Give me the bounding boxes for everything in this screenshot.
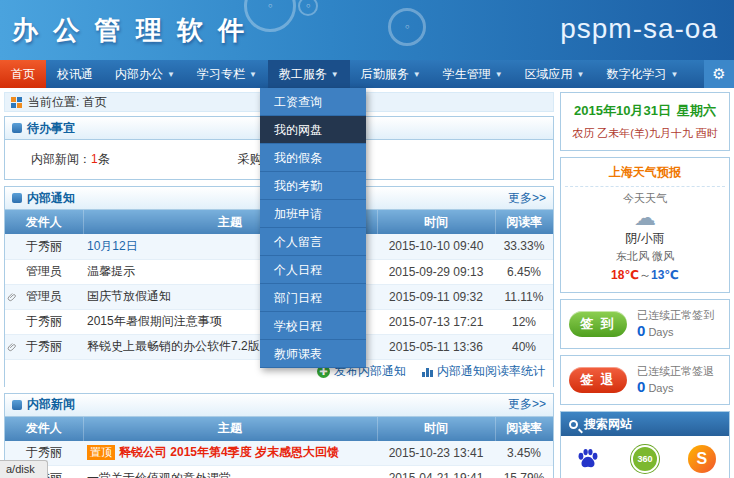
table-row: 于秀丽 置顶释锐公司 2015年第4季度 岁末感恩大回馈 2015-10-23 … bbox=[5, 441, 553, 466]
sogou-link[interactable]: S 搜狗 bbox=[688, 445, 716, 478]
statistics-icon bbox=[422, 366, 433, 377]
notice-subject-link[interactable]: 温馨提示 bbox=[87, 264, 135, 278]
decorative-circle-icon bbox=[298, 0, 318, 16]
panel-tab-icon bbox=[12, 400, 22, 410]
table-row: 于秀丽 一堂关于价值观的意外课堂 2015-04-21 19:41 15.79% bbox=[5, 466, 553, 478]
search-engines: 百度 360 360搜索 S 搜狗 bbox=[561, 436, 729, 478]
news-tab[interactable]: 内部新闻 bbox=[12, 396, 75, 413]
menu-item-department-schedule[interactable]: 部门日程 bbox=[260, 284, 366, 312]
page-content: 当前位置: 首页 待办事宜 内部新闻：1条 采购申请：3条 内部通知 bbox=[0, 88, 734, 478]
nav-item-internal-office[interactable]: 内部办公▼ bbox=[104, 60, 186, 88]
news-more-link[interactable]: 更多>> bbox=[508, 396, 546, 413]
cloud-icon: ☁ bbox=[565, 206, 725, 230]
notice-subject-link[interactable]: 国庆节放假通知 bbox=[87, 289, 171, 303]
notice-subject-link[interactable]: 2015年暑假期间注意事项 bbox=[87, 314, 222, 328]
weather-widget: 上海天气预报 今天天气 ☁ 阴/小雨 东北风 微风 18℃～13℃ bbox=[560, 157, 730, 293]
sidebar: 2015年10月31日星期六 农历 乙未年(羊)九月十九 酉时 上海天气预报 今… bbox=[560, 92, 730, 478]
menu-item-personal-schedule[interactable]: 个人日程 bbox=[260, 256, 366, 284]
location-grid-icon bbox=[11, 97, 22, 108]
attachment-icon bbox=[7, 341, 18, 357]
360-search-link[interactable]: 360 360搜索 bbox=[625, 445, 665, 478]
nav-item-logistics-services[interactable]: 后勤服务▼ bbox=[350, 60, 432, 88]
news-panel: 内部新闻 更多>> 发件人 主题 时间 阅读率 于秀丽 bbox=[4, 393, 554, 478]
nav-item-digital-learning[interactable]: 数字化学习▼ bbox=[596, 60, 690, 88]
sign-in-button[interactable]: 签 到 bbox=[569, 311, 627, 337]
breadcrumb-label: 当前位置: 首页 bbox=[28, 94, 107, 111]
weather-subtitle: 今天天气 bbox=[565, 191, 725, 206]
nav-item-regional-apps[interactable]: 区域应用▼ bbox=[514, 60, 596, 88]
news-subject-link[interactable]: 释锐公司 2015年第4季度 岁末感恩大回馈 bbox=[119, 445, 339, 459]
sign-out-info: 已连续正常签退 0 Days bbox=[637, 364, 714, 396]
news-table: 发件人 主题 时间 阅读率 于秀丽 置顶释锐公司 2015年第4季度 岁末感恩大… bbox=[5, 417, 553, 478]
menu-item-personal-message[interactable]: 个人留言 bbox=[260, 228, 366, 256]
sogou-icon: S bbox=[688, 445, 716, 473]
chevron-down-icon: ▼ bbox=[671, 70, 679, 79]
menu-item-overtime-request[interactable]: 加班申请 bbox=[260, 200, 366, 228]
nav-item-study-column[interactable]: 学习专栏▼ bbox=[186, 60, 268, 88]
chevron-down-icon: ▼ bbox=[331, 70, 339, 79]
top-tag: 置顶 bbox=[87, 445, 115, 460]
calendar-widget: 2015年10月31日星期六 农历 乙未年(羊)九月十九 酉时 bbox=[560, 92, 730, 151]
chevron-down-icon: ▼ bbox=[249, 70, 257, 79]
staff-services-dropdown: 工资查询 我的网盘 我的假条 我的考勤 加班申请 个人留言 个人日程 部门日程 … bbox=[260, 88, 366, 368]
search-sites-header: 搜索网站 bbox=[561, 412, 729, 436]
nav-item-xiaoxuntong[interactable]: 校讯通 bbox=[46, 60, 104, 88]
notice-subject-link[interactable]: 10月12日 bbox=[87, 239, 138, 253]
todo-tab: 待办事宜 bbox=[12, 120, 75, 137]
sign-in-count: 0 bbox=[637, 322, 645, 339]
todo-news-count: 1 bbox=[91, 152, 98, 166]
baidu-link[interactable]: 百度 bbox=[574, 445, 602, 478]
app-header: 办 公 管 理 软 件 pspm-sa-oa bbox=[0, 0, 734, 60]
panel-tab-icon bbox=[12, 123, 22, 133]
chevron-down-icon: ▼ bbox=[577, 70, 585, 79]
table-header-row: 发件人 主题 时间 阅读率 bbox=[5, 417, 553, 441]
sign-in-row: 签 到 已连续正常签到 0 Days bbox=[561, 300, 729, 348]
sign-out-count: 0 bbox=[637, 378, 645, 395]
360-icon: 360 bbox=[631, 445, 659, 473]
temp-low: 13℃ bbox=[651, 268, 679, 282]
notice-read-stats-link[interactable]: 内部通知阅读率统计 bbox=[422, 363, 545, 380]
nav-item-home[interactable]: 首页 bbox=[0, 60, 46, 88]
weather-condition: 阴/小雨 bbox=[565, 230, 725, 247]
decorative-circle-icon bbox=[388, 8, 426, 46]
weather-wind: 东北风 微风 bbox=[565, 249, 725, 264]
sign-out-row: 签 退 已连续正常签退 0 Days bbox=[561, 356, 729, 404]
menu-item-school-schedule[interactable]: 学校日程 bbox=[260, 312, 366, 340]
app-title: 办 公 管 理 软 件 bbox=[12, 13, 248, 48]
attachment-icon bbox=[7, 291, 18, 307]
nav-item-student-management[interactable]: 学生管理▼ bbox=[432, 60, 514, 88]
nav-item-staff-services[interactable]: 教工服务▼ bbox=[268, 60, 350, 88]
search-sites-widget: 搜索网站 百度 360 360搜索 S 搜狗 bbox=[560, 411, 730, 478]
notice-tab[interactable]: 内部通知 bbox=[12, 190, 75, 207]
baidu-icon bbox=[574, 445, 602, 473]
calendar-weekday: 星期六 bbox=[677, 103, 716, 118]
chevron-down-icon: ▼ bbox=[495, 70, 503, 79]
todo-news-stat[interactable]: 内部新闻：1条 bbox=[31, 151, 110, 168]
sign-in-info: 已连续正常签到 0 Days bbox=[637, 308, 714, 340]
status-bar: a/disk bbox=[0, 460, 48, 478]
menu-item-salary-query[interactable]: 工资查询 bbox=[260, 88, 366, 116]
search-icon bbox=[569, 420, 578, 429]
panel-tab-icon bbox=[12, 193, 22, 203]
menu-item-my-attendance[interactable]: 我的考勤 bbox=[260, 172, 366, 200]
menu-item-teacher-timetable[interactable]: 教师课表 bbox=[260, 340, 366, 368]
notice-more-link[interactable]: 更多>> bbox=[508, 190, 546, 207]
chevron-down-icon: ▼ bbox=[413, 70, 421, 79]
weather-title: 上海天气预报 bbox=[565, 164, 725, 187]
calendar-date: 2015年10月31日 bbox=[574, 103, 671, 118]
menu-item-my-netdisk[interactable]: 我的网盘 bbox=[260, 116, 366, 144]
news-panel-header: 内部新闻 更多>> bbox=[5, 394, 553, 417]
sign-in-widget: 签 到 已连续正常签到 0 Days bbox=[560, 299, 730, 349]
gear-icon[interactable]: ⚙ bbox=[704, 60, 734, 88]
menu-item-my-leave-slip[interactable]: 我的假条 bbox=[260, 144, 366, 172]
temp-high: 18℃ bbox=[611, 268, 639, 282]
weather-temps: 18℃～13℃ bbox=[565, 267, 725, 284]
main-nav: 首页 校讯通 内部办公▼ 学习专栏▼ 教工服务▼ 后勤服务▼ 学生管理▼ 区域应… bbox=[0, 60, 734, 88]
news-subject-link[interactable]: 一堂关于价值观的意外课堂 bbox=[87, 471, 231, 478]
chevron-down-icon: ▼ bbox=[167, 70, 175, 79]
calendar-lunar: 农历 乙未年(羊)九月十九 酉时 bbox=[565, 126, 725, 141]
decorative-circle-icon bbox=[244, 0, 296, 32]
sign-out-widget: 签 退 已连续正常签退 0 Days bbox=[560, 355, 730, 405]
sign-out-button[interactable]: 签 退 bbox=[569, 367, 627, 393]
brand-text: pspm-sa-oa bbox=[560, 13, 718, 45]
